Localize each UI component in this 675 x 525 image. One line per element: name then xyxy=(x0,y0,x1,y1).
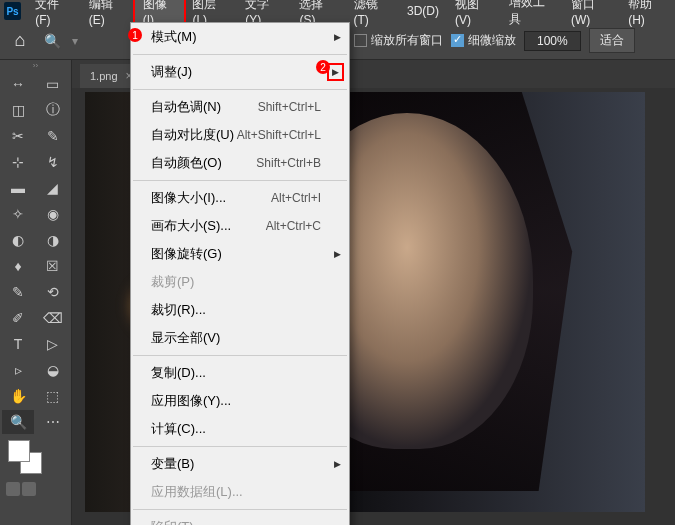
scrubby-zoom-option[interactable]: 细微缩放 xyxy=(451,32,516,49)
menu-edit[interactable]: 编辑(E) xyxy=(81,0,135,30)
menu-item-画布大小S[interactable]: 画布大小(S)...Alt+Ctrl+C xyxy=(131,212,349,240)
menu-item-图像旋转G[interactable]: 图像旋转(G) xyxy=(131,240,349,268)
quickmask-mode-button[interactable] xyxy=(22,482,36,496)
menu-item-陷印T: 陷印(T)... xyxy=(131,513,349,525)
menu-view[interactable]: 视图(V) xyxy=(447,0,501,30)
zoom-all-option[interactable]: 缩放所有窗口 xyxy=(354,32,443,49)
menu-item-裁切R[interactable]: 裁切(R)... xyxy=(131,296,349,324)
menu-item-图像大小I[interactable]: 图像大小(I)...Alt+Ctrl+I xyxy=(131,184,349,212)
tool-15[interactable]: ☒ xyxy=(37,254,69,278)
menu-help[interactable]: 帮助(H) xyxy=(620,0,675,30)
tool-13[interactable]: ◑ xyxy=(37,228,69,252)
menu-item-自动色调N[interactable]: 自动色调(N)Shift+Ctrl+L xyxy=(131,93,349,121)
menu-item-自动颜色O[interactable]: 自动颜色(O)Shift+Ctrl+B xyxy=(131,149,349,177)
tool-7[interactable]: ↯ xyxy=(37,150,69,174)
tool-3[interactable]: ⓘ xyxy=(37,98,69,122)
menu-item-复制D[interactable]: 复制(D)... xyxy=(131,359,349,387)
menu-plugins[interactable]: 增效工具 xyxy=(501,0,563,31)
menu-window[interactable]: 窗口(W) xyxy=(563,0,620,30)
image-menu-dropdown: 模式(M)调整(J)自动色调(N)Shift+Ctrl+L自动对比度(U)Alt… xyxy=(130,22,350,525)
tool-24[interactable]: ✋ xyxy=(2,384,34,408)
tool-11[interactable]: ◉ xyxy=(37,202,69,226)
menu-item-计算C[interactable]: 计算(C)... xyxy=(131,415,349,443)
tool-18[interactable]: ✐ xyxy=(2,306,34,330)
tool-10[interactable]: ✧ xyxy=(2,202,34,226)
tool-8[interactable]: ▬ xyxy=(2,176,34,200)
color-swatches[interactable] xyxy=(0,436,71,480)
menu-item-应用图像Y[interactable]: 应用图像(Y)... xyxy=(131,387,349,415)
menu-bar: Ps 文件(F) 编辑(E) 图像(I) 图层(L) 文字(Y) 选择(S) 滤… xyxy=(0,0,675,22)
menu-item-模式M[interactable]: 模式(M) xyxy=(131,23,349,51)
menu-filter[interactable]: 滤镜(T) xyxy=(346,0,399,30)
menu-3d[interactable]: 3D(D) xyxy=(399,1,447,21)
tab-title: 1.png xyxy=(90,70,118,82)
tool-5[interactable]: ✎ xyxy=(37,124,69,148)
tools-panel: ›› ↔▭◫ⓘ✂✎⊹↯▬◢✧◉◐◑♦☒✎⟲✐⌫T▷▹◒✋⬚🔍⋯ xyxy=(0,60,72,525)
tool-1[interactable]: ▭ xyxy=(37,72,69,96)
home-button[interactable] xyxy=(8,29,32,53)
tool-21[interactable]: ▷ xyxy=(37,332,69,356)
menu-item-裁剪P: 裁剪(P) xyxy=(131,268,349,296)
tool-19[interactable]: ⌫ xyxy=(37,306,69,330)
tool-2[interactable]: ◫ xyxy=(2,98,34,122)
tool-4[interactable]: ✂ xyxy=(2,124,34,148)
tool-23[interactable]: ◒ xyxy=(37,358,69,382)
callout-badge-2: 2 xyxy=(316,60,330,74)
fit-screen-button[interactable]: 适合 xyxy=(589,28,635,53)
callout-badge-1: 1 xyxy=(128,28,142,42)
foreground-color-swatch[interactable] xyxy=(8,440,30,462)
menu-item-自动对比度U[interactable]: 自动对比度(U)Alt+Shift+Ctrl+L xyxy=(131,121,349,149)
tool-16[interactable]: ✎ xyxy=(2,280,34,304)
tool-27[interactable]: ⋯ xyxy=(37,410,69,434)
standard-mode-button[interactable] xyxy=(6,482,20,496)
tool-22[interactable]: ▹ xyxy=(2,358,34,382)
zoom-value[interactable]: 100% xyxy=(524,31,581,51)
tool-25[interactable]: ⬚ xyxy=(37,384,69,408)
panel-expand-handle[interactable]: ›› xyxy=(0,60,71,70)
tool-14[interactable]: ♦ xyxy=(2,254,34,278)
menu-file[interactable]: 文件(F) xyxy=(27,0,80,30)
zoom-tool-icon[interactable] xyxy=(40,29,64,53)
tool-12[interactable]: ◐ xyxy=(2,228,34,252)
tool-26[interactable]: 🔍 xyxy=(2,410,34,434)
app-icon: Ps xyxy=(4,2,21,20)
tool-6[interactable]: ⊹ xyxy=(2,150,34,174)
menu-item-变量B[interactable]: 变量(B) xyxy=(131,450,349,478)
menu-item-显示全部V[interactable]: 显示全部(V) xyxy=(131,324,349,352)
tool-17[interactable]: ⟲ xyxy=(37,280,69,304)
tool-0[interactable]: ↔ xyxy=(2,72,34,96)
edit-mode-buttons xyxy=(0,480,71,498)
menu-item-应用数据组L: 应用数据组(L)... xyxy=(131,478,349,506)
tool-20[interactable]: T xyxy=(2,332,34,356)
tool-9[interactable]: ◢ xyxy=(37,176,69,200)
